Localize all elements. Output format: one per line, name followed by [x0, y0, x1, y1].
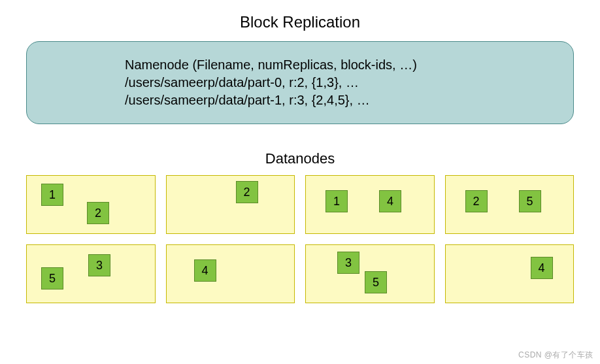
block: 5 — [365, 271, 387, 293]
datanode: 4 — [166, 244, 295, 303]
block: 4 — [379, 190, 401, 212]
block: 1 — [325, 190, 348, 212]
datanode: 25 — [445, 175, 575, 234]
datanode: 2 — [166, 175, 295, 234]
block: 4 — [194, 259, 216, 282]
block: 5 — [519, 190, 541, 212]
datanode: 53 — [26, 244, 156, 303]
block: 2 — [465, 190, 488, 212]
block: 2 — [236, 181, 258, 203]
diagram-title: Block Replication — [13, 13, 587, 31]
namenode-file2: /users/sameerp/data/part-1, r:3, {2,4,5}… — [125, 91, 547, 109]
block: 4 — [531, 257, 553, 279]
block: 3 — [88, 254, 110, 276]
datanodes-title: Datanodes — [13, 150, 587, 167]
block: 2 — [87, 202, 109, 224]
datanode: 12 — [26, 175, 156, 234]
block: 3 — [337, 252, 359, 274]
namenode-box: Namenode (Filename, numReplicas, block-i… — [26, 41, 574, 124]
datanode: 35 — [305, 244, 435, 303]
watermark: CSDN @有了个车孩 — [518, 350, 593, 361]
block: 5 — [41, 267, 63, 290]
datanode: 4 — [445, 244, 575, 303]
namenode-header: Namenode (Filename, numReplicas, block-i… — [125, 56, 547, 74]
namenode-file1: /users/sameerp/data/part-0, r:2, {1,3}, … — [125, 74, 547, 91]
datanodes-grid: 1221425534354 — [13, 175, 587, 303]
block: 1 — [41, 184, 63, 206]
datanode: 14 — [305, 175, 435, 234]
